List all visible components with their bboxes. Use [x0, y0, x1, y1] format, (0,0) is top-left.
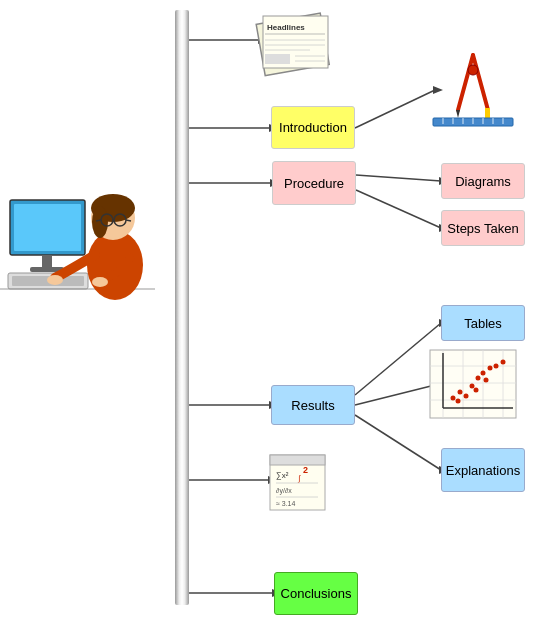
newspaper-icon: Headlines: [255, 8, 340, 78]
explanations-node: Explanations: [441, 448, 525, 492]
svg-line-54: [473, 55, 488, 110]
svg-text:∂y/∂x: ∂y/∂x: [276, 487, 292, 495]
results-node: Results: [271, 385, 355, 425]
svg-point-42: [92, 277, 108, 287]
svg-point-78: [458, 390, 463, 395]
svg-point-85: [501, 360, 506, 365]
svg-line-4: [356, 175, 441, 181]
svg-line-2: [355, 90, 435, 128]
svg-point-80: [470, 384, 475, 389]
svg-point-83: [488, 366, 493, 371]
svg-line-39: [96, 220, 101, 221]
svg-rect-27: [42, 255, 52, 267]
svg-rect-24: [175, 10, 189, 605]
svg-text:∑x²: ∑x²: [276, 471, 289, 480]
svg-point-88: [484, 378, 489, 383]
svg-rect-50: [265, 54, 290, 64]
procedure-node: Procedure: [272, 161, 356, 205]
svg-point-86: [456, 399, 461, 404]
svg-line-8: [355, 385, 435, 405]
svg-point-55: [468, 65, 478, 75]
compass-icon: [428, 50, 518, 130]
scatter-chart-icon: [428, 348, 518, 420]
svg-point-77: [451, 396, 456, 401]
svg-text:Headlines: Headlines: [267, 23, 305, 32]
svg-point-41: [47, 275, 63, 285]
svg-point-81: [476, 376, 481, 381]
person-computer-illustration: [0, 170, 165, 355]
diagram-container: Headlines: [0, 0, 535, 623]
svg-rect-90: [270, 455, 325, 465]
svg-point-84: [494, 364, 499, 369]
formula-document-icon: ∑x² 2 ∫ ∂y/∂x ≈ 3.14: [268, 453, 343, 513]
svg-marker-56: [456, 110, 460, 118]
svg-line-5: [356, 190, 441, 228]
svg-point-79: [464, 394, 469, 399]
introduction-node: Introduction: [271, 106, 355, 149]
steps-taken-node: Steps Taken: [441, 210, 525, 246]
svg-point-32: [87, 230, 143, 300]
svg-point-35: [92, 206, 108, 238]
svg-rect-26: [14, 204, 81, 251]
svg-point-82: [481, 371, 486, 376]
svg-line-40: [126, 220, 131, 221]
diagrams-node: Diagrams: [441, 163, 525, 199]
svg-text:2: 2: [303, 465, 308, 475]
svg-line-9: [355, 415, 441, 470]
conclusions-node: Conclusions: [274, 572, 358, 615]
tables-node: Tables: [441, 305, 525, 341]
svg-point-87: [474, 388, 479, 393]
svg-text:≈ 3.14: ≈ 3.14: [276, 500, 296, 507]
svg-line-53: [458, 55, 473, 110]
